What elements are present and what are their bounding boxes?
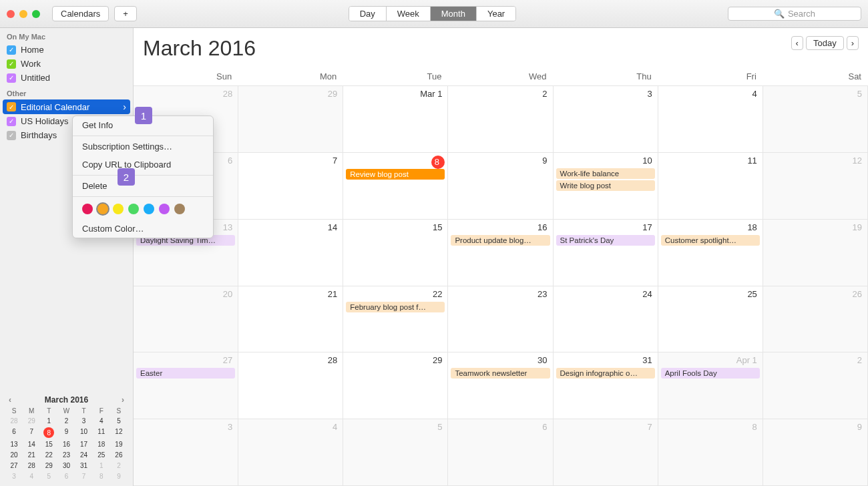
- mini-day[interactable]: 25: [93, 451, 110, 459]
- event[interactable]: April Fools Day: [661, 368, 760, 379]
- mini-day[interactable]: 5: [40, 472, 57, 481]
- event[interactable]: Design infographic o…: [556, 368, 655, 379]
- mini-day[interactable]: 26: [110, 451, 128, 459]
- day-cell[interactable]: 5: [343, 419, 448, 486]
- color-dot[interactable]: [159, 204, 170, 214]
- day-cell[interactable]: 10Work-life balanceWrite blog post: [554, 153, 658, 220]
- day-cell[interactable]: 9: [448, 153, 553, 220]
- day-cell[interactable]: 8: [658, 419, 763, 486]
- prev-button[interactable]: ‹: [791, 36, 803, 50]
- mini-day[interactable]: 24: [75, 451, 93, 459]
- view-week[interactable]: Week: [387, 7, 431, 21]
- view-year[interactable]: Year: [477, 7, 515, 21]
- event[interactable]: Write blog post: [556, 180, 655, 191]
- mini-day[interactable]: 2: [110, 461, 128, 470]
- mini-day[interactable]: 14: [23, 440, 40, 449]
- mini-day[interactable]: 1: [40, 417, 57, 425]
- color-dot[interactable]: [128, 204, 139, 214]
- day-cell[interactable]: 23: [448, 286, 553, 353]
- day-cell[interactable]: 17St Patrick's Day: [554, 220, 658, 286]
- day-cell[interactable]: 31Design infographic o…: [554, 352, 658, 419]
- mini-day[interactable]: 31: [75, 461, 93, 470]
- day-cell[interactable]: 27Easter: [134, 352, 238, 419]
- month-grid[interactable]: 2829Mar 12345678Review blog post910Work-…: [134, 85, 868, 486]
- mini-day[interactable]: 23: [57, 451, 75, 459]
- day-cell[interactable]: 14: [238, 220, 343, 286]
- day-cell[interactable]: 18Customer spotlight…: [658, 220, 763, 286]
- day-cell[interactable]: 3: [554, 86, 658, 153]
- calendar-item[interactable]: ✓Work: [0, 57, 133, 71]
- ctx-item[interactable]: Delete: [73, 177, 213, 195]
- day-cell[interactable]: 29: [343, 352, 448, 419]
- day-cell[interactable]: 21: [238, 286, 343, 353]
- mini-day[interactable]: 21: [23, 451, 40, 459]
- day-cell[interactable]: 6: [448, 419, 553, 486]
- mini-day[interactable]: 28: [5, 417, 23, 425]
- mini-day[interactable]: 30: [57, 461, 75, 470]
- mini-day[interactable]: 18: [93, 440, 110, 449]
- mini-prev[interactable]: ‹: [5, 395, 15, 405]
- event[interactable]: St Patrick's Day: [556, 235, 655, 246]
- mini-day[interactable]: 8: [43, 427, 54, 438]
- event[interactable]: Easter: [136, 368, 235, 379]
- calendar-item[interactable]: ✓Editorial Calendar›: [3, 99, 130, 114]
- color-dot[interactable]: [82, 204, 93, 214]
- next-button[interactable]: ›: [847, 36, 859, 50]
- mini-day[interactable]: 13: [5, 440, 23, 449]
- event[interactable]: Review blog post: [346, 169, 445, 180]
- checkbox-icon[interactable]: ✓: [7, 59, 16, 69]
- mini-day[interactable]: 6: [5, 427, 23, 438]
- checkbox-icon[interactable]: ✓: [7, 131, 16, 140]
- mini-day[interactable]: 29: [40, 461, 57, 470]
- day-cell[interactable]: 16Product update blog…: [448, 220, 553, 286]
- event[interactable]: Product update blog…: [451, 235, 550, 246]
- mini-day[interactable]: 7: [23, 427, 40, 438]
- day-cell[interactable]: 20: [134, 286, 238, 353]
- day-cell[interactable]: 9: [763, 419, 868, 486]
- day-cell[interactable]: 2: [763, 352, 868, 419]
- day-cell[interactable]: 19: [763, 220, 868, 286]
- day-cell[interactable]: 8Review blog post: [343, 153, 448, 220]
- view-month[interactable]: Month: [431, 7, 477, 21]
- color-dot[interactable]: [97, 204, 108, 214]
- zoom-window[interactable]: [32, 10, 40, 18]
- search-field[interactable]: 🔍 Search: [728, 7, 861, 21]
- ctx-item[interactable]: Copy URL to Clipboard: [73, 156, 213, 174]
- day-cell[interactable]: 5: [763, 86, 868, 153]
- day-cell[interactable]: 24: [554, 286, 658, 353]
- mini-day[interactable]: 20: [5, 451, 23, 459]
- day-cell[interactable]: 29: [238, 86, 343, 153]
- close-window[interactable]: [7, 10, 15, 18]
- day-cell[interactable]: 15: [343, 220, 448, 286]
- day-cell[interactable]: Apr 1April Fools Day: [658, 352, 763, 419]
- event[interactable]: Customer spotlight…: [661, 235, 760, 246]
- mini-day[interactable]: 10: [75, 427, 93, 438]
- mini-day[interactable]: 5: [110, 417, 128, 425]
- mini-day[interactable]: 6: [57, 472, 75, 481]
- checkbox-icon[interactable]: ✓: [7, 117, 16, 126]
- mini-day[interactable]: 12: [110, 427, 128, 438]
- mini-day[interactable]: 7: [75, 472, 93, 481]
- day-cell[interactable]: 2: [448, 86, 553, 153]
- mini-day[interactable]: 9: [57, 427, 75, 438]
- today-button[interactable]: Today: [806, 36, 844, 50]
- ctx-item[interactable]: Subscription Settings…: [73, 138, 213, 156]
- day-cell[interactable]: 7: [238, 153, 343, 220]
- mini-day[interactable]: 2: [57, 417, 75, 425]
- mini-day[interactable]: 8: [93, 472, 110, 481]
- checkbox-icon[interactable]: ✓: [7, 102, 16, 111]
- day-cell[interactable]: 7: [554, 419, 658, 486]
- mini-day[interactable]: 4: [23, 472, 40, 481]
- ctx-custom-color[interactable]: Custom Color…: [73, 220, 213, 238]
- day-cell[interactable]: 4: [238, 419, 343, 486]
- event[interactable]: February blog post f…: [346, 302, 445, 312]
- day-cell[interactable]: Mar 1: [343, 86, 448, 153]
- day-cell[interactable]: 28: [238, 352, 343, 419]
- color-dot[interactable]: [113, 204, 124, 214]
- color-dot[interactable]: [174, 204, 185, 214]
- add-button[interactable]: +: [114, 6, 137, 21]
- calendars-button[interactable]: Calendars: [52, 6, 109, 21]
- mini-day[interactable]: 15: [40, 440, 57, 449]
- mini-day[interactable]: 3: [75, 417, 93, 425]
- mini-day[interactable]: 27: [5, 461, 23, 470]
